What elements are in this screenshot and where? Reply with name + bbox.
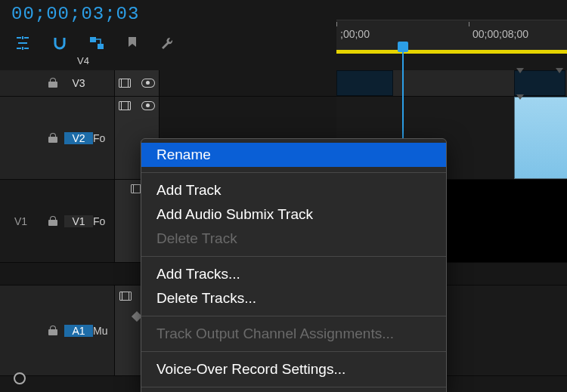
menu-separator (141, 387, 446, 387)
track-content-v3[interactable] (336, 70, 567, 96)
track-visibility-icon[interactable] (141, 79, 155, 88)
menu-delete-tracks[interactable]: Delete Tracks... (141, 286, 446, 310)
source-patching-icon[interactable] (119, 101, 131, 110)
lock-icon[interactable] (48, 78, 58, 88)
menu-separator (141, 256, 446, 257)
playhead-indicator[interactable] (398, 42, 408, 52)
track-name-v2[interactable]: Fo (93, 132, 114, 144)
marker-icon[interactable] (127, 36, 138, 54)
svg-rect-1 (98, 44, 104, 49)
source-patching-icon[interactable] (119, 79, 131, 88)
menu-delete-track: Delete Track (141, 227, 446, 251)
track-name-a1[interactable]: Mu (93, 325, 114, 337)
menu-add-tracks[interactable]: Add Tracks... (141, 262, 446, 286)
track-visibility-icon[interactable] (141, 101, 155, 110)
time-ruler[interactable]: ;00;00 00;00;08;00 (336, 20, 567, 54)
source-track-v1[interactable]: V1 (0, 215, 42, 227)
menu-voiceover-settings[interactable]: Voice-Over Record Settings... (141, 357, 446, 381)
marker-strip (336, 50, 567, 54)
track-target-v3[interactable]: V3 (64, 77, 93, 89)
zoom-scroll-indicator[interactable] (14, 372, 26, 384)
linked-selection-icon[interactable] (89, 36, 104, 54)
lock-icon[interactable] (48, 133, 58, 144)
track-target-v2[interactable]: V2 (64, 132, 93, 144)
source-patching-icon[interactable] (119, 292, 132, 301)
ruler-tick: 00;00;08;00 (472, 28, 528, 40)
svg-rect-0 (90, 37, 96, 42)
menu-add-track[interactable]: Add Track (141, 178, 446, 202)
insert-toggle-icon[interactable] (15, 36, 30, 54)
lock-icon[interactable] (48, 326, 58, 336)
track-target-v1[interactable]: V1 (64, 215, 93, 227)
menu-separator (141, 316, 446, 316)
wrench-icon[interactable] (160, 36, 174, 54)
track-target-a1[interactable]: A1 (64, 325, 93, 337)
menu-output-assignments: Track Output Channel Assignments... (141, 322, 446, 346)
snap-icon[interactable] (53, 36, 67, 54)
track-name-v1[interactable]: Fo (93, 215, 114, 227)
track-label-v4: V4 (77, 55, 89, 66)
menu-separator (141, 351, 446, 352)
playhead-timecode[interactable]: 00;00;03;03 (11, 4, 139, 24)
menu-add-submix[interactable]: Add Audio Submix Track (141, 202, 446, 227)
track-context-menu: Rename Add Track Add Audio Submix Track … (141, 138, 447, 392)
menu-rename[interactable]: Rename (141, 143, 446, 167)
menu-separator (141, 172, 446, 173)
ruler-tick: ;00;00 (340, 28, 370, 40)
lock-icon[interactable] (48, 216, 58, 227)
